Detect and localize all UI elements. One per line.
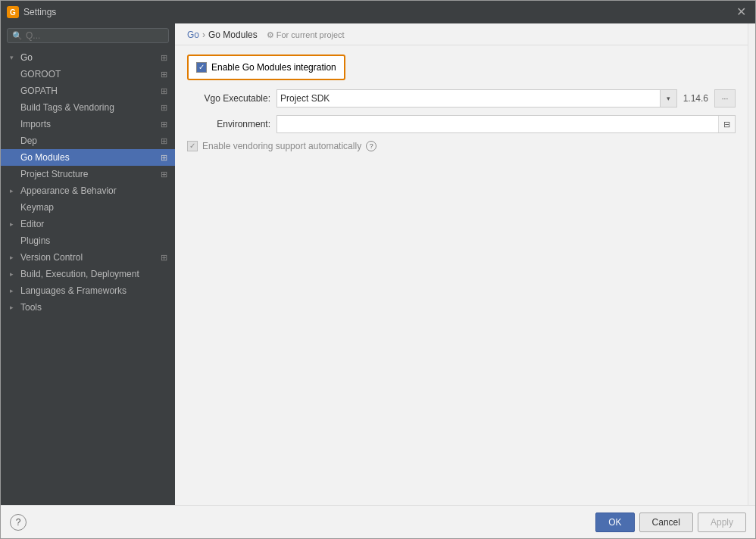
breadcrumb-parent[interactable]: Go [187, 30, 199, 40]
sidebar-item-label: GOPATH [20, 86, 58, 96]
env-input-wrapper: ⊟ [276, 115, 736, 133]
sidebar-item-label: Project Structure [20, 169, 88, 179]
sidebar-item-label: Languages & Frameworks [20, 285, 127, 296]
vgo-dropdown-button[interactable]: ▾ [661, 89, 677, 107]
sidebar-item-appearance-behavior[interactable]: ▸ Appearance & Behavior [1, 182, 175, 199]
environment-label: Environment: [187, 119, 270, 129]
bottom-bar: ? OK Cancel Apply [1, 505, 755, 538]
environment-row: Environment: ⊟ [187, 115, 736, 133]
page-icon: ⊞ [158, 102, 169, 113]
page-icon: ⊞ [158, 69, 169, 79]
dialog-title: Settings [23, 7, 56, 17]
sidebar-item-label: Plugins [20, 235, 50, 246]
spacer: ▾ [10, 237, 17, 245]
sidebar-item-project-structure[interactable]: ▾ Project Structure ⊞ [1, 166, 175, 182]
sidebar-item-tools[interactable]: ▸ Tools [1, 299, 175, 316]
checkmark-icon: ✓ [189, 142, 195, 150]
sidebar-item-keymap[interactable]: ▾ Keymap [1, 199, 175, 216]
page-icon: ⊞ [158, 169, 169, 179]
search-icon: 🔍 [12, 31, 23, 41]
vendoring-label: Enable vendoring support automatically [202, 141, 361, 151]
sidebar-item-label: GOROOT [20, 69, 61, 79]
sidebar-item-label: Dep [20, 136, 37, 146]
form-area: ✓ Enable Go Modules integration Vgo Exec… [175, 45, 748, 505]
vgo-dropdown-wrapper: ▾ [276, 89, 677, 107]
sidebar-item-go[interactable]: ▾ Go ⊞ [1, 49, 175, 66]
environment-input[interactable] [277, 116, 718, 132]
sidebar-item-plugins[interactable]: ▾ Plugins [1, 232, 175, 249]
environment-browse-button[interactable]: ⊟ [718, 116, 735, 132]
page-icon: ⊞ [158, 86, 169, 96]
settings-dialog: G Settings ✕ 🔍 ▾ Go ⊞ GOROOT ⊞ [0, 0, 756, 539]
breadcrumb-tag: ⚙ For current project [267, 30, 345, 40]
titlebar-left: G Settings [7, 6, 56, 18]
sidebar-item-label: Build Tags & Vendoring [20, 102, 114, 113]
vendoring-checkbox[interactable]: ✓ [187, 141, 198, 151]
vgo-label: Vgo Executable: [187, 93, 270, 104]
page-icon: ⊞ [158, 136, 169, 146]
chevron-down-icon: ▾ [10, 54, 17, 61]
search-input[interactable] [26, 30, 164, 41]
sidebar-item-goroot[interactable]: GOROOT ⊞ [1, 66, 175, 83]
cancel-button[interactable]: Cancel [639, 513, 693, 532]
vgo-version-label: 1.14.6 [683, 93, 708, 104]
vendoring-row: ✓ Enable vendoring support automatically… [187, 141, 736, 151]
sidebar-item-gopath[interactable]: GOPATH ⊞ [1, 83, 175, 99]
sidebar-item-label: Imports [20, 119, 51, 129]
sidebar-item-label: Version Control [20, 252, 83, 263]
sidebar-item-languages-frameworks[interactable]: ▸ Languages & Frameworks [1, 282, 175, 299]
vgo-row: Vgo Executable: ▾ 1.14.6 ··· [187, 89, 736, 107]
spacer: ▾ [10, 170, 17, 178]
page-icon: ⊞ [158, 252, 169, 263]
page-icon: ⊞ [158, 52, 169, 63]
sidebar-item-label: Build, Execution, Deployment [20, 269, 139, 279]
content-area: 🔍 ▾ Go ⊞ GOROOT ⊞ GOPATH ⊞ [1, 23, 755, 505]
vgo-browse-button[interactable]: ··· [714, 89, 736, 107]
checkmark-icon: ✓ [198, 64, 205, 71]
sidebar-item-label: Appearance & Behavior [20, 185, 117, 196]
chevron-right-icon: ▸ [10, 270, 17, 278]
breadcrumb: Go › Go Modules ⚙ For current project [175, 23, 748, 45]
page-icon: ⊞ [158, 152, 169, 163]
main-content: Go › Go Modules ⚙ For current project ✓ … [175, 23, 748, 505]
sidebar-item-go-modules[interactable]: Go Modules ⊞ [1, 149, 175, 166]
ok-button[interactable]: OK [595, 513, 634, 532]
spacer: ▾ [10, 204, 17, 211]
sidebar-item-label: Editor [20, 219, 44, 229]
sidebar-item-version-control[interactable]: ▸ Version Control ⊞ [1, 249, 175, 266]
enable-modules-checkbox[interactable]: ✓ [196, 62, 207, 73]
sidebar: 🔍 ▾ Go ⊞ GOROOT ⊞ GOPATH ⊞ [1, 23, 175, 505]
page-icon: ⊞ [158, 119, 169, 129]
titlebar: G Settings ✕ [1, 1, 755, 23]
bottom-buttons: OK Cancel Apply [595, 513, 746, 532]
enable-modules-label: Enable Go Modules integration [211, 62, 336, 73]
enable-modules-row: ✓ Enable Go Modules integration [187, 55, 345, 80]
vgo-field: ▾ 1.14.6 ··· [276, 89, 736, 107]
apply-button[interactable]: Apply [698, 513, 746, 532]
search-box[interactable]: 🔍 [7, 28, 169, 43]
chevron-right-icon: ▸ [10, 187, 17, 195]
chevron-right-icon: ▸ [10, 304, 17, 311]
chevron-right-icon: ▸ [10, 254, 17, 261]
chevron-right-icon: ▸ [10, 220, 17, 228]
sidebar-item-label: Tools [20, 302, 42, 313]
sidebar-item-build-tags[interactable]: Build Tags & Vendoring ⊞ [1, 99, 175, 116]
breadcrumb-separator: › [202, 30, 205, 40]
sidebar-item-editor[interactable]: ▸ Editor [1, 216, 175, 232]
sidebar-items: ▾ Go ⊞ GOROOT ⊞ GOPATH ⊞ Build Tags & Ve… [1, 48, 175, 505]
right-scrollbar [748, 23, 755, 505]
app-icon: G [7, 6, 19, 18]
chevron-right-icon: ▸ [10, 287, 17, 294]
sidebar-item-dep[interactable]: Dep ⊞ [1, 132, 175, 149]
sidebar-item-label: Go [20, 52, 33, 63]
sidebar-item-imports[interactable]: Imports ⊞ [1, 116, 175, 132]
sidebar-item-label: Keymap [20, 202, 54, 213]
environment-field: ⊟ [276, 115, 736, 133]
vgo-input[interactable] [276, 89, 661, 107]
sidebar-item-label: Go Modules [20, 152, 70, 163]
breadcrumb-current: Go Modules [208, 30, 258, 40]
sidebar-item-build-execution[interactable]: ▸ Build, Execution, Deployment [1, 266, 175, 282]
help-icon[interactable]: ? [366, 141, 376, 151]
help-button[interactable]: ? [10, 514, 27, 531]
close-button[interactable]: ✕ [733, 5, 749, 20]
